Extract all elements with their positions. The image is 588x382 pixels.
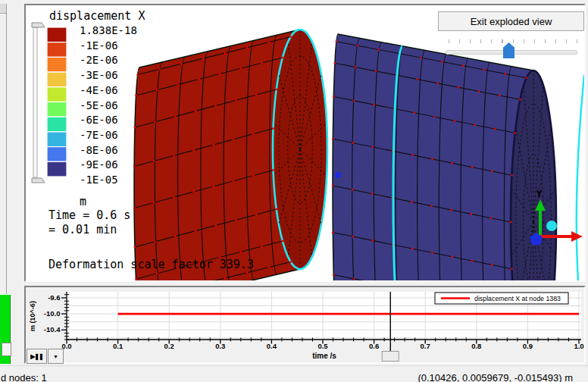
colorbar-label: -9E-06 xyxy=(80,158,118,171)
dropdown-arrow-icon: ▼ xyxy=(53,354,58,359)
colorbar-label: -1E-06 xyxy=(80,39,118,52)
colorbar-swatch xyxy=(47,117,67,132)
play-pause-button[interactable]: ▶❚❚ xyxy=(27,349,47,364)
x-tick-label: 0.3 xyxy=(215,342,225,350)
part-blue-cylinder[interactable] xyxy=(332,34,556,280)
time-cursor-handle[interactable] xyxy=(382,352,399,362)
colorbar-label: -3E-06 xyxy=(80,69,118,81)
status-selected-nodes: d nodes: 1 xyxy=(1,372,47,382)
part-red-cylinder[interactable] xyxy=(133,30,327,280)
explode-slider-ticks xyxy=(449,39,577,43)
play-pause-icon: ▶❚❚ xyxy=(30,353,43,360)
x-tick-label: 0.9 xyxy=(523,342,533,350)
colorbar-swatch xyxy=(47,147,67,162)
x-tick-label: 1.0 xyxy=(574,342,583,350)
x-tick-label: 0.7 xyxy=(421,342,430,350)
chart-legend: displacement X at node 1383 xyxy=(435,293,568,304)
colorbar-swatch xyxy=(47,161,67,177)
viewport-3d[interactable]: Y X 1.838E-18-1E-06-2E-06-3E-06-4E-06-5E… xyxy=(26,5,584,280)
node-marker-blue xyxy=(335,172,341,178)
status-coordinates: (0.10426, 0.0059679, -0.015493) m xyxy=(418,372,573,382)
colorbar-swatch xyxy=(47,102,67,117)
time-annotation-line1: Time = 0.6 s xyxy=(48,208,130,222)
x-tick-label: 0.2 xyxy=(164,342,174,350)
time-history-chart[interactable]: 0.00.10.20.30.40.50.60.70.80.91.0-9.6-10… xyxy=(26,287,584,362)
left-panel-edge xyxy=(0,4,6,14)
colorbar-legend: 1.838E-18-1E-06-2E-06-3E-06-4E-06-5E-06-… xyxy=(32,9,145,208)
colorbar-label: -6E-06 xyxy=(80,114,118,126)
time-annotation-line2: = 0.01 min xyxy=(48,223,117,236)
chart-panel: 0.00.10.20.30.40.50.60.70.80.91.0-9.6-10… xyxy=(24,286,586,364)
legend-label: displacement X at node 1383 xyxy=(474,295,561,302)
colorbar-label: -4E-06 xyxy=(80,84,118,96)
triad-y-label: Y xyxy=(536,189,543,199)
panel-divider xyxy=(6,4,7,294)
y-tick-label: -9.6 xyxy=(48,293,60,302)
x-tick-label: 0.1 xyxy=(113,342,124,350)
deformation-annotation: Deformation scale factor 339.3 xyxy=(48,258,254,271)
colorbar-swatch xyxy=(47,27,67,42)
x-tick-label: 0.6 xyxy=(369,342,379,350)
viewport-panel: Y X 1.838E-18-1E-06-2E-06-3E-06-4E-06-5E… xyxy=(24,4,586,282)
status-bar: d nodes: 1 (0.10426, 0.0059679, -0.01549… xyxy=(0,365,588,382)
colorbar-range-top-handle[interactable] xyxy=(32,23,45,27)
colorbar-label: -7E-06 xyxy=(80,129,118,141)
offscreen-part-edge xyxy=(577,75,584,280)
x-tick-label: 0.5 xyxy=(317,342,328,350)
y-tick-label: -10.0 xyxy=(44,309,61,318)
colorbar-unit: m xyxy=(80,195,86,208)
colorbar-label: 1.838E-18 xyxy=(80,24,137,36)
colorbar-swatch xyxy=(47,132,67,147)
y-tick-label: -10.4 xyxy=(44,325,61,333)
x-tick-label: 0.8 xyxy=(471,342,481,350)
left-panel-button[interactable] xyxy=(2,343,11,356)
y-axis-title: m (10^-6) xyxy=(29,301,36,331)
colorbar-swatch xyxy=(47,42,67,58)
exit-exploded-view-button[interactable]: Exit exploded view xyxy=(438,11,584,31)
colorbar-label: -8E-06 xyxy=(80,144,118,156)
animation-options-button[interactable]: ▼ xyxy=(48,349,64,364)
colorbar-label: -1E-05 xyxy=(80,174,118,186)
x-axis-title: time /s xyxy=(312,352,336,360)
colorbar-range-track xyxy=(33,27,37,177)
selected-node-marker xyxy=(546,221,557,231)
x-tick-label: 0.4 xyxy=(267,342,277,350)
colorbar-swatch xyxy=(47,57,67,72)
colorbar-range-bottom-handle[interactable] xyxy=(32,178,45,183)
colorbar-label: -2E-06 xyxy=(80,54,118,66)
colorbar-label: -5E-06 xyxy=(80,99,118,111)
colorbar-title: displacement X xyxy=(49,9,145,23)
colorbar-swatch xyxy=(47,72,67,87)
colorbar-swatch xyxy=(47,87,67,102)
